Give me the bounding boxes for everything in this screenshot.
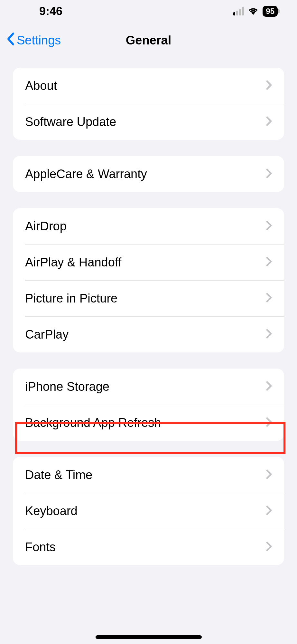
settings-section: Date & TimeKeyboardFonts [13, 457, 284, 565]
chevron-right-icon [266, 542, 272, 553]
back-button[interactable]: Settings [6, 33, 61, 48]
settings-section: iPhone StorageBackground App Refresh [13, 369, 284, 441]
chevron-right-icon [266, 168, 272, 179]
navigation-bar: Settings General [0, 23, 297, 58]
row-label: Keyboard [25, 504, 78, 518]
wifi-icon [248, 6, 259, 16]
row-picture-in-picture[interactable]: Picture in Picture [13, 280, 284, 316]
chevron-right-icon [266, 221, 272, 232]
row-label: Picture in Picture [25, 292, 117, 305]
home-indicator[interactable] [96, 635, 202, 639]
chevron-right-icon [266, 257, 272, 268]
row-software-update[interactable]: Software Update [13, 104, 284, 140]
row-about[interactable]: About [13, 68, 284, 104]
settings-list: AboutSoftware UpdateAppleCare & Warranty… [0, 68, 297, 565]
row-label: AppleCare & Warranty [25, 167, 147, 181]
battery-percent: 95 [266, 7, 274, 15]
chevron-right-icon [266, 505, 272, 516]
chevron-right-icon [266, 329, 272, 340]
status-bar: 9:46 95 [0, 0, 297, 23]
row-airdrop[interactable]: AirDrop [13, 208, 284, 244]
chevron-right-icon [266, 469, 272, 480]
row-label: AirDrop [25, 219, 67, 233]
row-label: Background App Refresh [25, 416, 161, 430]
status-icons: 95 [233, 6, 278, 17]
row-label: CarPlay [25, 328, 69, 341]
chevron-right-icon [266, 80, 272, 91]
page-title: General [126, 34, 172, 47]
cellular-signal-icon [233, 7, 244, 15]
battery-level-icon: 95 [263, 6, 278, 17]
row-label: AirPlay & Handoff [25, 255, 121, 269]
row-background-app-refresh[interactable]: Background App Refresh [13, 405, 284, 441]
chevron-right-icon [266, 116, 272, 127]
row-airplay-handoff[interactable]: AirPlay & Handoff [13, 244, 284, 280]
row-iphone-storage[interactable]: iPhone Storage [13, 369, 284, 405]
row-date-time[interactable]: Date & Time [13, 457, 284, 493]
status-time: 9:46 [39, 5, 62, 18]
row-carplay[interactable]: CarPlay [13, 316, 284, 352]
row-fonts[interactable]: Fonts [13, 529, 284, 565]
row-applecare-warranty[interactable]: AppleCare & Warranty [13, 156, 284, 192]
chevron-left-icon [6, 33, 15, 48]
row-label: About [25, 79, 57, 93]
back-label: Settings [17, 34, 61, 47]
row-label: Date & Time [25, 468, 92, 482]
row-keyboard[interactable]: Keyboard [13, 493, 284, 529]
settings-section: AboutSoftware Update [13, 68, 284, 140]
chevron-right-icon [266, 293, 272, 304]
settings-section: AppleCare & Warranty [13, 156, 284, 192]
row-label: Software Update [25, 115, 116, 129]
settings-section: AirDropAirPlay & HandoffPicture in Pictu… [13, 208, 284, 352]
chevron-right-icon [266, 381, 272, 392]
chevron-right-icon [266, 417, 272, 428]
row-label: iPhone Storage [25, 380, 109, 394]
row-label: Fonts [25, 540, 56, 554]
